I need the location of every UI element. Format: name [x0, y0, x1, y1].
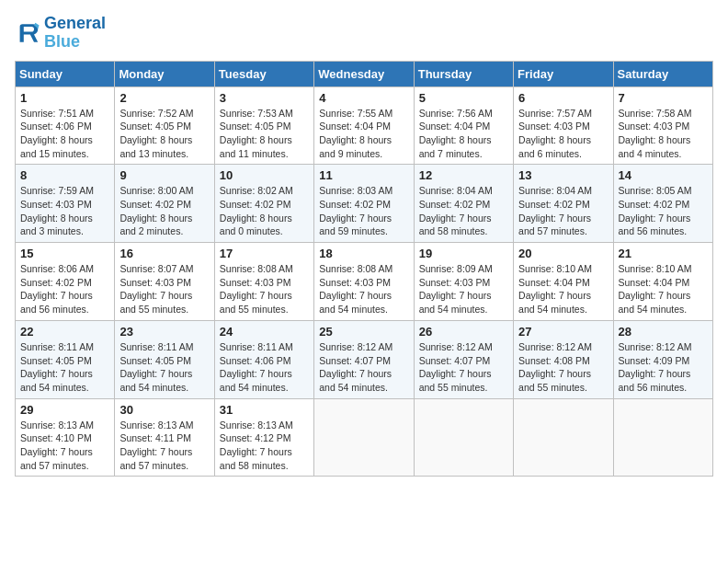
calendar-cell: [314, 398, 414, 477]
sunrise-label: Sunrise: 8:10 AM: [619, 263, 692, 274]
day-number: 18: [319, 247, 408, 260]
day-number: 26: [419, 325, 508, 339]
daylight-label: Daylight: 8 hours and 3 minutes.: [20, 213, 93, 237]
sunset-label: Sunset: 4:05 PM: [119, 355, 191, 366]
calendar-cell: 19 Sunrise: 8:09 AM Sunset: 4:03 PM Dayl…: [414, 243, 513, 321]
calendar-week-row: 22 Sunrise: 8:11 AM Sunset: 4:05 PM Dayl…: [16, 320, 713, 398]
sunrise-label: Sunrise: 8:10 AM: [518, 263, 592, 274]
daylight-label: Daylight: 8 hours and 13 minutes.: [119, 134, 192, 159]
sunset-label: Sunset: 4:05 PM: [220, 121, 291, 132]
daylight-label: Daylight: 7 hours and 54 minutes.: [319, 368, 392, 393]
day-info: Sunrise: 7:53 AM Sunset: 4:05 PM Dayligh…: [220, 107, 309, 161]
day-number: 15: [20, 247, 109, 260]
daylight-label: Daylight: 7 hours and 55 minutes.: [518, 368, 591, 393]
day-info: Sunrise: 7:58 AM Sunset: 4:03 PM Dayligh…: [619, 107, 708, 161]
day-number: 25: [319, 325, 408, 339]
sunrise-label: Sunrise: 7:51 AM: [20, 108, 94, 119]
sunset-label: Sunset: 4:02 PM: [119, 199, 191, 210]
daylight-label: Daylight: 7 hours and 54 minutes.: [419, 290, 492, 315]
calendar-cell: 16 Sunrise: 8:07 AM Sunset: 4:03 PM Dayl…: [115, 243, 214, 321]
day-info: Sunrise: 7:59 AM Sunset: 4:03 PM Dayligh…: [20, 184, 109, 238]
daylight-label: Daylight: 7 hours and 54 minutes.: [20, 368, 93, 393]
daylight-label: Daylight: 7 hours and 55 minutes.: [419, 368, 492, 393]
day-info: Sunrise: 8:12 AM Sunset: 4:07 PM Dayligh…: [419, 340, 508, 395]
daylight-label: Daylight: 7 hours and 55 minutes.: [220, 290, 292, 315]
sunrise-label: Sunrise: 7:55 AM: [319, 108, 392, 119]
daylight-label: Daylight: 7 hours and 54 minutes.: [319, 290, 392, 315]
calendar-cell: 25 Sunrise: 8:12 AM Sunset: 4:07 PM Dayl…: [314, 320, 414, 398]
calendar-cell: 1 Sunrise: 7:51 AM Sunset: 4:06 PM Dayli…: [16, 86, 115, 165]
daylight-label: Daylight: 7 hours and 56 minutes.: [619, 213, 691, 237]
day-number: 14: [619, 168, 708, 182]
day-number: 9: [119, 168, 209, 182]
calendar-cell: 8 Sunrise: 7:59 AM Sunset: 4:03 PM Dayli…: [16, 165, 115, 243]
day-header-sunday: Sunday: [16, 61, 115, 86]
day-info: Sunrise: 8:11 AM Sunset: 4:06 PM Dayligh…: [220, 340, 309, 395]
day-number: 12: [419, 168, 508, 182]
sunset-label: Sunset: 4:04 PM: [419, 121, 491, 132]
day-number: 10: [220, 168, 309, 182]
daylight-label: Daylight: 7 hours and 56 minutes.: [619, 368, 691, 393]
sunrise-label: Sunrise: 8:12 AM: [319, 341, 392, 352]
day-info: Sunrise: 8:02 AM Sunset: 4:02 PM Dayligh…: [220, 184, 309, 238]
calendar-cell: 9 Sunrise: 8:00 AM Sunset: 4:02 PM Dayli…: [115, 165, 214, 243]
calendar-cell: [414, 398, 513, 477]
day-number: 28: [619, 325, 708, 339]
calendar-cell: 26 Sunrise: 8:12 AM Sunset: 4:07 PM Dayl…: [414, 320, 513, 398]
sunrise-label: Sunrise: 8:08 AM: [220, 263, 293, 274]
daylight-label: Daylight: 7 hours and 55 minutes.: [119, 290, 192, 315]
sunset-label: Sunset: 4:06 PM: [20, 121, 92, 132]
sunrise-label: Sunrise: 7:59 AM: [20, 185, 94, 196]
day-number: 2: [119, 91, 209, 105]
daylight-label: Daylight: 7 hours and 54 minutes.: [220, 368, 292, 393]
day-number: 8: [20, 168, 109, 182]
day-number: 3: [220, 91, 309, 105]
daylight-label: Daylight: 7 hours and 54 minutes.: [518, 290, 591, 315]
calendar-week-row: 29 Sunrise: 8:13 AM Sunset: 4:10 PM Dayl…: [16, 398, 713, 477]
calendar-cell: [613, 398, 712, 477]
calendar-week-row: 15 Sunrise: 8:06 AM Sunset: 4:02 PM Dayl…: [16, 243, 713, 321]
calendar-cell: 2 Sunrise: 7:52 AM Sunset: 4:05 PM Dayli…: [115, 86, 214, 165]
day-header-thursday: Thursday: [414, 61, 513, 86]
sunrise-label: Sunrise: 7:58 AM: [619, 108, 692, 119]
sunset-label: Sunset: 4:07 PM: [319, 355, 391, 366]
calendar-table: SundayMondayTuesdayWednesdayThursdayFrid…: [15, 61, 713, 477]
day-info: Sunrise: 8:13 AM Sunset: 4:11 PM Dayligh…: [119, 419, 209, 473]
sunrise-label: Sunrise: 7:57 AM: [518, 108, 592, 119]
day-info: Sunrise: 8:07 AM Sunset: 4:03 PM Dayligh…: [119, 262, 209, 316]
daylight-label: Daylight: 8 hours and 7 minutes.: [419, 134, 492, 159]
day-info: Sunrise: 7:57 AM Sunset: 4:03 PM Dayligh…: [518, 107, 608, 161]
day-number: 22: [20, 325, 109, 339]
sunset-label: Sunset: 4:08 PM: [518, 355, 590, 366]
day-info: Sunrise: 8:08 AM Sunset: 4:03 PM Dayligh…: [319, 262, 408, 316]
sunrise-label: Sunrise: 8:05 AM: [619, 185, 692, 196]
calendar-cell: 23 Sunrise: 8:11 AM Sunset: 4:05 PM Dayl…: [115, 320, 214, 398]
sunset-label: Sunset: 4:12 PM: [220, 432, 291, 443]
day-info: Sunrise: 8:08 AM Sunset: 4:03 PM Dayligh…: [220, 262, 309, 316]
daylight-label: Daylight: 8 hours and 2 minutes.: [119, 213, 192, 237]
daylight-label: Daylight: 7 hours and 57 minutes.: [518, 213, 591, 237]
calendar-cell: 18 Sunrise: 8:08 AM Sunset: 4:03 PM Dayl…: [314, 243, 414, 321]
logo: General Blue: [15, 15, 106, 52]
day-number: 1: [20, 91, 109, 105]
day-number: 6: [518, 91, 608, 105]
day-info: Sunrise: 8:00 AM Sunset: 4:02 PM Dayligh…: [119, 184, 209, 238]
day-info: Sunrise: 8:06 AM Sunset: 4:02 PM Dayligh…: [20, 262, 109, 316]
sunset-label: Sunset: 4:03 PM: [619, 121, 690, 132]
day-header-monday: Monday: [115, 61, 214, 86]
logo-icon: [15, 20, 40, 46]
sunset-label: Sunset: 4:04 PM: [518, 277, 590, 288]
sunset-label: Sunset: 4:03 PM: [20, 199, 92, 210]
calendar-cell: 15 Sunrise: 8:06 AM Sunset: 4:02 PM Dayl…: [16, 243, 115, 321]
sunset-label: Sunset: 4:05 PM: [20, 355, 92, 366]
calendar-cell: 4 Sunrise: 7:55 AM Sunset: 4:04 PM Dayli…: [314, 86, 414, 165]
day-info: Sunrise: 8:10 AM Sunset: 4:04 PM Dayligh…: [619, 262, 708, 316]
sunset-label: Sunset: 4:02 PM: [319, 199, 391, 210]
day-number: 23: [119, 325, 209, 339]
daylight-label: Daylight: 8 hours and 6 minutes.: [518, 134, 591, 159]
sunrise-label: Sunrise: 8:02 AM: [220, 185, 293, 196]
sunset-label: Sunset: 4:02 PM: [619, 199, 690, 210]
sunrise-label: Sunrise: 8:13 AM: [220, 419, 293, 431]
day-number: 13: [518, 168, 608, 182]
day-number: 24: [220, 325, 309, 339]
